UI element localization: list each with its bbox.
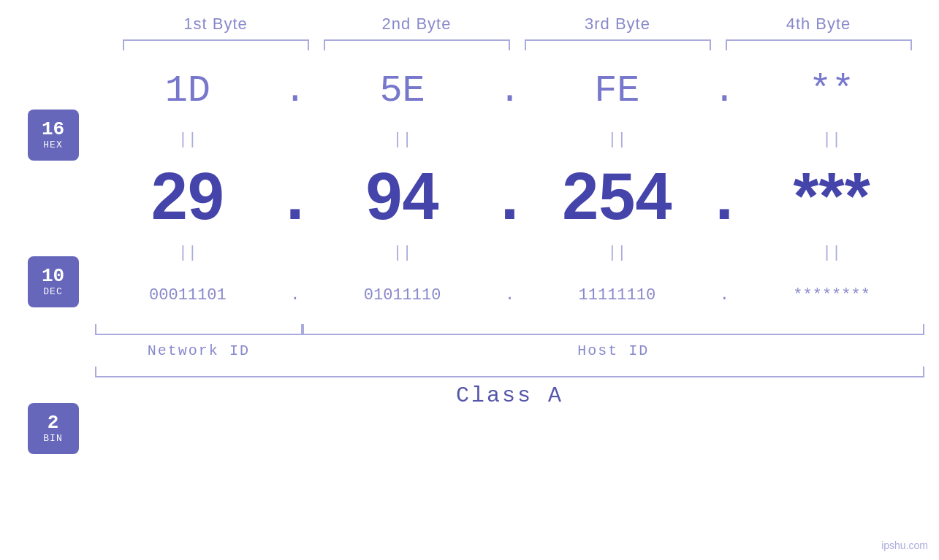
dec-badge: 10 DEC [28,256,79,307]
equals-row-1: || || || || [95,127,924,153]
bin-badge-label: BIN [43,433,62,444]
eq1-b4: || [739,131,924,149]
hex-byte1: 1D [95,69,281,112]
bin-badge-num: 2 [47,413,59,434]
hex-byte3: FE [525,69,710,112]
bin-byte3: 11111110 [525,286,710,304]
bottom-section: Network ID Host ID [95,324,924,359]
byte-headers: 1st Byte 2nd Byte 3rd Byte 4th Byte [115,15,919,34]
byte1-header: 1st Byte [115,15,316,34]
hex-byte2: 5E [310,69,495,112]
bottom-brackets [95,324,924,339]
main-container: 1st Byte 2nd Byte 3rd Byte 4th Byte 16 H… [0,0,939,560]
dec-row: 29 . 94 . 254 . *** [95,153,924,240]
bin-byte4: ******** [739,286,924,304]
host-bracket [303,324,924,335]
hex-badge: 16 HEX [28,110,79,161]
top-bracket-3 [517,39,718,54]
eq1-b2: || [310,131,495,149]
network-bracket [95,324,303,335]
badges-column: 16 HEX 10 DEC 2 BIN [0,54,95,560]
top-bracket-1 [115,39,316,54]
byte3-header: 3rd Byte [517,15,718,34]
id-labels: Network ID Host ID [95,342,924,359]
dec-dot3: . [710,159,739,234]
eq2-b1: || [95,244,281,262]
full-bracket-container: Class A [95,367,924,408]
top-bracket-2 [316,39,517,54]
bin-byte1: 00011101 [95,286,281,304]
bin-badge: 2 BIN [28,403,79,454]
rows-area: 16 HEX 10 DEC 2 BIN 1D . 5E . FE . ** [0,54,939,560]
host-id-label: Host ID [303,342,924,359]
dec-dot1: . [281,159,310,234]
hex-dot2: . [495,69,525,112]
watermark: ipshu.com [881,540,928,551]
class-label: Class A [95,383,924,408]
dec-badge-label: DEC [43,286,62,297]
dec-byte3: 254 [525,159,710,234]
eq2-b2: || [310,244,495,262]
dec-byte4: *** [739,159,924,234]
eq2-b4: || [739,244,924,262]
hex-badge-label: HEX [43,139,62,150]
class-bracket [95,367,924,377]
hex-badge-num: 16 [42,119,64,140]
equals-row-2: || || || || [95,240,924,266]
dec-badge-num: 10 [42,266,64,287]
dec-dot2: . [495,159,525,234]
bin-byte2: 01011110 [310,286,495,304]
dec-byte1: 29 [95,159,281,234]
top-brackets [115,39,919,54]
byte2-header: 2nd Byte [316,15,517,34]
eq2-b3: || [525,244,710,262]
eq1-b1: || [95,131,281,149]
bin-row: 00011101 . 01011110 . 11111110 . *******… [95,266,924,324]
eq1-b3: || [525,131,710,149]
top-bracket-4 [718,39,919,54]
hex-byte4: ** [739,69,924,112]
bin-dot2: . [495,286,525,304]
dec-byte2: 94 [310,159,495,234]
hex-dot1: . [281,69,310,112]
data-area: 1D . 5E . FE . ** || || || || 29 [95,54,939,560]
hex-row: 1D . 5E . FE . ** [95,54,924,127]
bin-dot1: . [281,286,310,304]
bin-dot3: . [710,286,739,304]
hex-dot3: . [710,69,739,112]
byte4-header: 4th Byte [718,15,919,34]
network-id-label: Network ID [95,342,303,359]
